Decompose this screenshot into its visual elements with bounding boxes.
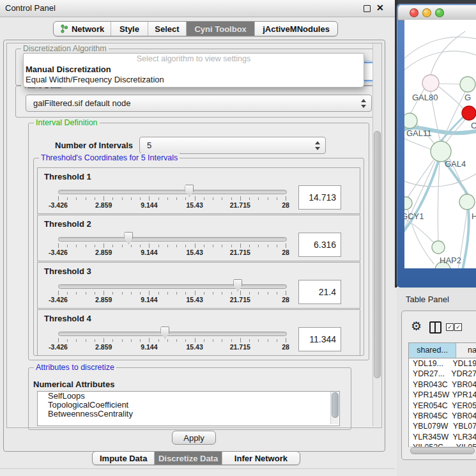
table-cell-shared-name[interactable]: YPR145W: [409, 390, 449, 400]
column-header-shared-name[interactable]: shared...: [409, 343, 456, 358]
network-edge[interactable]: [438, 86, 463, 109]
slider-tick-label: 9.144: [141, 201, 157, 209]
table-cell-shared-name[interactable]: YBR043C: [409, 380, 449, 390]
table-horizontal-scrollbar-thumb[interactable]: [410, 447, 475, 454]
tab-infer-network[interactable]: Infer Network: [222, 452, 300, 464]
number-of-intervals-combobox[interactable]: 5: [139, 137, 326, 154]
table-data-combobox[interactable]: galFiltered.sif default node: [26, 95, 372, 112]
network-edge[interactable]: [438, 162, 440, 241]
network-node[interactable]: [404, 197, 412, 210]
gear-icon[interactable]: ⚙: [411, 319, 422, 334]
slider-tick: [268, 245, 268, 247]
network-node[interactable]: [422, 75, 439, 91]
attributes-list-scrollbar-thumb[interactable]: [332, 392, 339, 418]
threshold-slider-track[interactable]: [58, 332, 287, 336]
slider-tick: [176, 245, 177, 247]
attribute-list-item[interactable]: BetweennessCentrality: [38, 410, 339, 418]
table-row[interactable]: YDL19...YDL19: [409, 358, 476, 369]
threshold-value-field[interactable]: 14.713: [298, 185, 341, 210]
table-cell-name[interactable]: YPR14: [449, 390, 476, 400]
threshold-value-field[interactable]: 6.316: [298, 233, 341, 257]
threshold-slider-track[interactable]: [58, 190, 287, 194]
panel-scrollbar-thumb[interactable]: [374, 131, 381, 378]
network-edge[interactable]: [404, 37, 476, 59]
table-row[interactable]: YLR345WYLR34: [409, 432, 476, 442]
table-cell-shared-name[interactable]: YER054C: [409, 401, 449, 411]
threshold-row: Threshold 2-3.4262.8599.14415.4321.71528…: [37, 215, 360, 261]
mac-zoom-icon[interactable]: [435, 8, 444, 17]
threshold-slider-thumb[interactable]: [233, 279, 242, 291]
table-cell-name[interactable]: YER05: [449, 401, 476, 411]
table-cell-name[interactable]: YDR27: [449, 369, 476, 379]
tab-style[interactable]: Style: [111, 22, 148, 36]
algorithm-popup-item-equal-width[interactable]: Equal Width/Frequency Discretization: [24, 75, 364, 85]
slider-tick: [195, 196, 196, 201]
attribute-list-item[interactable]: SelfLoops: [38, 392, 339, 401]
split-columns-icon[interactable]: [429, 321, 441, 334]
algorithm-popup-item-manual[interactable]: Manual Discretization: [24, 65, 364, 75]
slider-tick: [277, 292, 277, 295]
tab-select[interactable]: Select: [148, 22, 187, 36]
network-edge[interactable]: [404, 218, 434, 243]
network-node[interactable]: [462, 106, 476, 120]
threshold-slider-track[interactable]: [58, 237, 287, 242]
checkbox-icon[interactable]: ✓: [454, 323, 462, 331]
threshold-slider-thumb[interactable]: [124, 232, 133, 244]
table-cell-shared-name[interactable]: YBR045C: [409, 411, 449, 421]
table-cell-shared-name[interactable]: YBL079W: [409, 421, 450, 431]
numerical-attributes-list[interactable]: SelfLoopsTopologicalCoefficientBetweenne…: [37, 391, 340, 426]
slider-tick: [76, 292, 77, 295]
table-cell-name[interactable]: YBR04: [449, 411, 476, 421]
tab-discretize-data[interactable]: Discretize Data: [155, 452, 222, 464]
network-edge[interactable]: [439, 84, 460, 84]
threshold-value-field[interactable]: 11.344: [298, 327, 341, 351]
network-node[interactable]: [460, 77, 475, 92]
network-window-titlebar[interactable]: [398, 5, 476, 20]
slider-tick: [122, 197, 123, 200]
float-window-icon[interactable]: [364, 5, 371, 12]
node-attribute-table: shared... na YDL19...YDL19YDR27...YDR27Y…: [408, 342, 476, 447]
table-cell-name[interactable]: YLR34: [450, 432, 476, 442]
threshold-slider-track[interactable]: [58, 284, 287, 289]
slider-tick: [185, 245, 186, 247]
network-node[interactable]: [404, 113, 417, 128]
threshold-value-field[interactable]: 21.4: [298, 280, 341, 304]
threshold-slider-thumb[interactable]: [185, 185, 194, 197]
checkbox-icon[interactable]: ✓: [446, 323, 454, 331]
slider-tick: [213, 339, 213, 342]
table-row[interactable]: YBR043CYBR04: [409, 380, 476, 390]
table-row[interactable]: YER054CYER05: [409, 401, 476, 411]
network-edge[interactable]: [404, 173, 476, 187]
threshold-slider-thumb[interactable]: [160, 326, 169, 339]
table-cell-name[interactable]: YBL07: [450, 421, 476, 431]
threshold-label: Threshold 4: [44, 314, 91, 323]
column-header-name[interactable]: na: [456, 343, 476, 358]
network-node[interactable]: [432, 241, 445, 254]
slider-tick: [95, 245, 95, 247]
mac-minimize-icon[interactable]: [422, 8, 431, 17]
apply-button[interactable]: Apply: [172, 431, 216, 445]
table-cell-shared-name[interactable]: YDL19...: [409, 358, 450, 369]
table-row[interactable]: YBR045CYBR04: [409, 411, 476, 421]
attribute-list-item[interactable]: TopologicalCoefficient: [38, 401, 339, 410]
mac-close-icon[interactable]: [410, 8, 418, 17]
algorithm-popup-placeholder[interactable]: Select algorithm to view settings: [24, 54, 364, 65]
table-cell-shared-name[interactable]: YDR27...: [409, 369, 449, 379]
network-canvas[interactable]: GAL80GCGAL11GAL4GCY1HHAP2: [404, 20, 476, 268]
table-cell-shared-name[interactable]: YLR345W: [409, 432, 450, 442]
tab-jactivemnodules[interactable]: jActiveMNodules: [255, 22, 337, 36]
tab-cyni-toolbox[interactable]: Cyni Toolbox: [187, 22, 255, 36]
tab-network[interactable]: Network: [54, 22, 111, 36]
network-node[interactable]: [459, 194, 475, 210]
table-cell-name[interactable]: YBR04: [449, 380, 476, 390]
table-row[interactable]: YDR27...YDR27: [409, 369, 476, 379]
threshold-row: Threshold 3-3.4262.8599.14415.4321.71528…: [37, 262, 360, 309]
slider-tick: [122, 292, 123, 295]
table-row[interactable]: YBL079WYBL07: [409, 421, 476, 431]
network-edge[interactable]: [404, 139, 431, 150]
table-cell-name[interactable]: YDL19: [450, 358, 476, 369]
tab-impute-data[interactable]: Impute Data: [93, 452, 155, 464]
close-icon[interactable]: ✕: [376, 3, 384, 13]
table-row[interactable]: YPR145WYPR14: [409, 390, 476, 400]
slider-tick: [249, 292, 250, 295]
